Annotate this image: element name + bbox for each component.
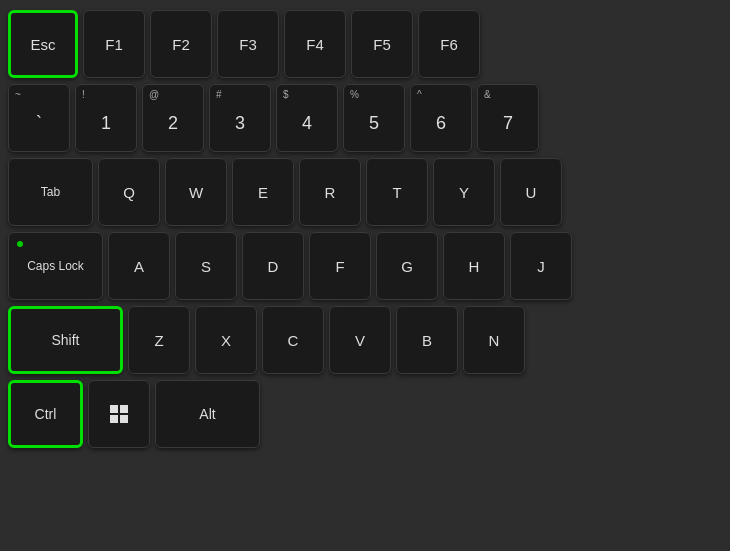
key-label: S [201,258,211,275]
key-label: F1 [105,36,123,53]
key-top-char: $ [283,89,289,100]
key-z[interactable]: Z [128,306,190,374]
key-label: B [422,332,432,349]
key-label: T [392,184,401,201]
key-label: Q [123,184,135,201]
row-numbers: ~`!1@2#3$4%5^6&7 [8,84,722,152]
key-top-char: ^ [417,89,422,100]
key-label: W [189,184,203,201]
key-f[interactable]: F [309,232,371,300]
key-j[interactable]: J [510,232,572,300]
key-ctrl[interactable]: Ctrl [8,380,83,448]
key-label: H [469,258,480,275]
key-esc[interactable]: Esc [8,10,78,78]
key-top-char: @ [149,89,159,100]
row-function: EscF1F2F3F4F5F6 [8,10,722,78]
row-zxcv: ShiftZXCVBN [8,306,722,374]
key-shift[interactable]: Shift [8,306,123,374]
keyboard: EscF1F2F3F4F5F6~`!1@2#3$4%5^6&7TabQWERTY… [0,0,730,551]
key-label: F5 [373,36,391,53]
key-u[interactable]: U [500,158,562,226]
key-f4[interactable]: F4 [284,10,346,78]
key-s[interactable]: S [175,232,237,300]
key-main-char: 4 [302,113,312,134]
row-asdf: Caps LockASDFGHJ [8,232,722,300]
row-qwerty: TabQWERTYU [8,158,722,226]
key-label: Alt [199,406,215,422]
key-f2[interactable]: F2 [150,10,212,78]
key-label: Y [459,184,469,201]
key-top-char: % [350,89,359,100]
key-label: U [526,184,537,201]
key-1[interactable]: !1 [75,84,137,152]
key-label: F2 [172,36,190,53]
key-f6[interactable]: F6 [418,10,480,78]
key-r[interactable]: R [299,158,361,226]
key-h[interactable]: H [443,232,505,300]
key-tab[interactable]: Tab [8,158,93,226]
key-label: Z [154,332,163,349]
row-bottom: CtrlAlt [8,380,722,448]
key-a[interactable]: A [108,232,170,300]
key-main-char: 5 [369,113,379,134]
key-label: Ctrl [35,406,57,422]
key-t[interactable]: T [366,158,428,226]
key-4[interactable]: $4 [276,84,338,152]
key-alt[interactable]: Alt [155,380,260,448]
key-label: Tab [41,185,60,199]
key-label: A [134,258,144,275]
key-v[interactable]: V [329,306,391,374]
key-label: Shift [51,332,79,348]
key-main-char: 3 [235,113,245,134]
key-g[interactable]: G [376,232,438,300]
key-main-char: 7 [503,113,513,134]
key-label: Esc [30,36,55,53]
key-b[interactable]: B [396,306,458,374]
key-f5[interactable]: F5 [351,10,413,78]
key-q[interactable]: Q [98,158,160,226]
key-d[interactable]: D [242,232,304,300]
key-main-char: 1 [101,113,111,134]
key-x[interactable]: X [195,306,257,374]
key-c[interactable]: C [262,306,324,374]
key-label: E [258,184,268,201]
key-label: D [268,258,279,275]
key-7[interactable]: &7 [477,84,539,152]
key-label: F4 [306,36,324,53]
key-label: R [325,184,336,201]
key-main-char: ` [36,113,42,134]
key-top-char: & [484,89,491,100]
key-caps-lock[interactable]: Caps Lock [8,232,103,300]
key-2[interactable]: @2 [142,84,204,152]
key-label: N [489,332,500,349]
key-3[interactable]: #3 [209,84,271,152]
key-6[interactable]: ^6 [410,84,472,152]
key-label: J [537,258,545,275]
key-main-char: 6 [436,113,446,134]
key-e[interactable]: E [232,158,294,226]
key-backtick[interactable]: ~` [8,84,70,152]
key-5[interactable]: %5 [343,84,405,152]
key-label: X [221,332,231,349]
key-f1[interactable]: F1 [83,10,145,78]
key-label: F6 [440,36,458,53]
key-top-char: ~ [15,89,21,100]
key-label: C [288,332,299,349]
key-top-char: ! [82,89,85,100]
key-win[interactable] [88,380,150,448]
key-w[interactable]: W [165,158,227,226]
key-top-char: # [216,89,222,100]
key-label: Caps Lock [27,259,84,273]
key-label: V [355,332,365,349]
key-label: G [401,258,413,275]
key-label: F3 [239,36,257,53]
key-n[interactable]: N [463,306,525,374]
key-label: F [335,258,344,275]
key-f3[interactable]: F3 [217,10,279,78]
key-y[interactable]: Y [433,158,495,226]
key-main-char: 2 [168,113,178,134]
